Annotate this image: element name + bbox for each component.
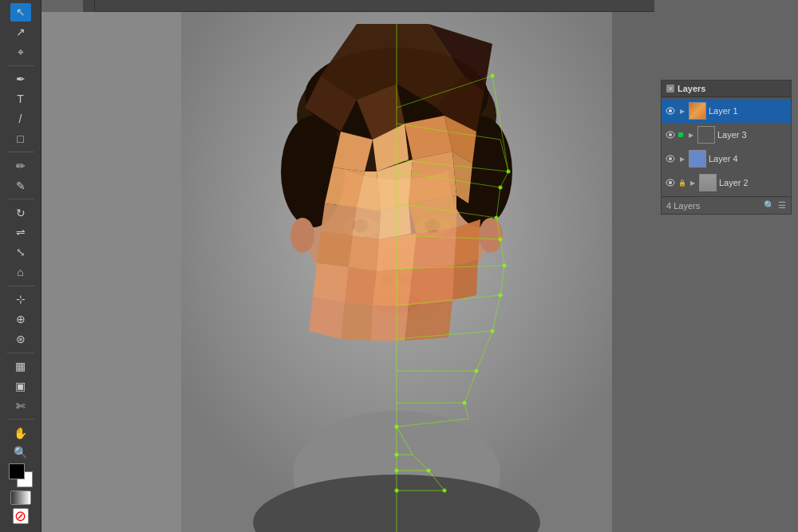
- toolbar: ↖ ↗ ⌖ ✒ T / □ ✏ ✎ ↻ ⇌ ⤡ ⌂ ⊹ ⊕ ⊛ ▦ ▣ ✄ ✋ …: [0, 0, 41, 532]
- layers-list: ▶ Layer 1 ▶ Layer 3 ▶: [662, 97, 791, 196]
- layers-panel-header: ✕ Layers: [662, 81, 791, 97]
- toolbar-divider-4: [7, 286, 34, 286]
- svg-marker-44: [413, 227, 456, 269]
- rectangle-tool[interactable]: □: [10, 130, 31, 148]
- svg-point-108: [669, 181, 672, 184]
- svg-point-99: [395, 469, 399, 473]
- layer-visibility-toggle[interactable]: [665, 105, 676, 116]
- layer-color-indicator: [678, 132, 683, 137]
- svg-point-100: [395, 489, 399, 493]
- layer-name: Layer 4: [709, 154, 788, 164]
- svg-point-93: [475, 369, 479, 373]
- svg-point-88: [495, 216, 499, 220]
- svg-point-19: [290, 218, 314, 253]
- svg-marker-50: [452, 259, 478, 301]
- svg-point-86: [507, 170, 511, 174]
- layer-expand-arrow[interactable]: ▶: [687, 131, 695, 139]
- layer-expand-arrow[interactable]: ▶: [689, 179, 697, 187]
- svg-point-90: [503, 264, 507, 268]
- svg-point-89: [499, 238, 503, 242]
- foreground-color-swatch[interactable]: [9, 463, 25, 479]
- svg-point-97: [395, 425, 399, 429]
- layers-panel-footer: 4 Layers 🔍 ☰: [662, 196, 791, 214]
- svg-point-85: [491, 74, 495, 78]
- paintbrush-tool[interactable]: ✏: [10, 156, 31, 175]
- color-swatch-pair[interactable]: [9, 463, 33, 487]
- svg-marker-41: [317, 231, 353, 267]
- svg-marker-47: [345, 267, 377, 305]
- layer-item[interactable]: ▶ Layer 3: [662, 123, 791, 147]
- right-panel: ✕ Layers ▶ Layer 1 ▶ Lay: [654, 0, 798, 532]
- ruler-top: [95, 0, 654, 12]
- svg-point-87: [499, 186, 503, 190]
- toolbar-divider-5: [7, 353, 34, 353]
- toolbar-divider-2: [7, 152, 34, 152]
- svg-point-104: [669, 133, 672, 136]
- canvas-area: [41, 0, 654, 532]
- reflect-tool[interactable]: ⇌: [10, 223, 31, 242]
- layer-expand-arrow[interactable]: ▶: [678, 155, 686, 163]
- svg-marker-49: [409, 266, 454, 305]
- svg-marker-30: [405, 116, 452, 160]
- hand-tool[interactable]: ✋: [10, 424, 31, 442]
- gradient-tool[interactable]: [10, 491, 31, 505]
- shape-builder-tool[interactable]: ⊕: [10, 310, 31, 329]
- layer-visibility-toggle[interactable]: [665, 129, 676, 140]
- svg-marker-53: [371, 305, 409, 341]
- scale-tool[interactable]: ⤡: [10, 243, 31, 262]
- artboard-tool[interactable]: ▣: [10, 376, 31, 395]
- layer-visibility-toggle[interactable]: [665, 153, 676, 164]
- slice-tool[interactable]: ✄: [10, 396, 31, 415]
- rotate-tool[interactable]: ↻: [10, 203, 31, 222]
- svg-marker-38: [353, 207, 381, 239]
- layer-name: Layer 3: [717, 130, 788, 140]
- svg-point-95: [427, 469, 431, 473]
- svg-point-98: [395, 453, 399, 457]
- layer-thumbnail: [689, 150, 706, 167]
- layer-thumbnail: [689, 102, 706, 120]
- layer-thumbnail: [697, 126, 715, 144]
- type-tool[interactable]: T: [10, 90, 31, 108]
- svg-marker-54: [405, 301, 452, 341]
- svg-point-102: [669, 109, 672, 112]
- layer-expand-arrow[interactable]: ▶: [678, 107, 686, 115]
- layers-search-icon[interactable]: 🔍: [764, 200, 775, 211]
- svg-point-91: [499, 294, 503, 298]
- pen-tool[interactable]: ✒: [10, 70, 31, 89]
- toolbar-divider-1: [7, 65, 34, 66]
- lasso-tool[interactable]: ⌖: [10, 43, 31, 61]
- layers-panel: ✕ Layers ▶ Layer 1 ▶ Lay: [661, 80, 792, 215]
- layer-lock-icon[interactable]: 🔒: [678, 179, 686, 187]
- layer-item[interactable]: ▶ Layer 4: [662, 147, 791, 171]
- svg-point-106: [669, 157, 672, 160]
- layers-options-icon[interactable]: ☰: [778, 200, 786, 211]
- pencil-tool[interactable]: ✎: [10, 176, 31, 195]
- svg-point-20: [479, 218, 503, 253]
- symbol-spray-tool[interactable]: ⊛: [10, 330, 31, 349]
- layer-item[interactable]: 🔒 ▶ Layer 2: [662, 171, 791, 195]
- free-transform-tool[interactable]: ⊹: [10, 290, 31, 309]
- warp-tool[interactable]: ⌂: [10, 263, 31, 282]
- layer-thumbnail: [699, 174, 717, 191]
- svg-marker-48: [373, 269, 413, 305]
- toolbar-divider-6: [7, 419, 34, 420]
- toolbar-divider-3: [7, 199, 34, 199]
- layer-item[interactable]: ▶ Layer 1: [662, 99, 791, 123]
- color-swatches: ⊘: [9, 463, 33, 532]
- panel-close-button[interactable]: ✕: [666, 85, 674, 93]
- zoom-tool[interactable]: 🔍: [10, 443, 31, 462]
- portrait-area: [181, 12, 612, 532]
- svg-marker-52: [341, 303, 373, 341]
- none-fill[interactable]: ⊘: [13, 508, 29, 524]
- layers-footer-icons: 🔍 ☰: [764, 200, 786, 211]
- portrait-svg: [181, 12, 612, 532]
- svg-marker-42: [349, 235, 379, 271]
- line-tool[interactable]: /: [10, 110, 31, 128]
- graph-tool[interactable]: ▦: [10, 357, 31, 375]
- layer-name: Layer 2: [719, 178, 788, 187]
- layer-visibility-toggle[interactable]: [665, 177, 676, 188]
- direct-selection-tool[interactable]: ↗: [10, 23, 31, 41]
- svg-point-96: [443, 489, 447, 493]
- svg-marker-35: [409, 152, 456, 203]
- selection-tool[interactable]: ↖: [10, 3, 31, 22]
